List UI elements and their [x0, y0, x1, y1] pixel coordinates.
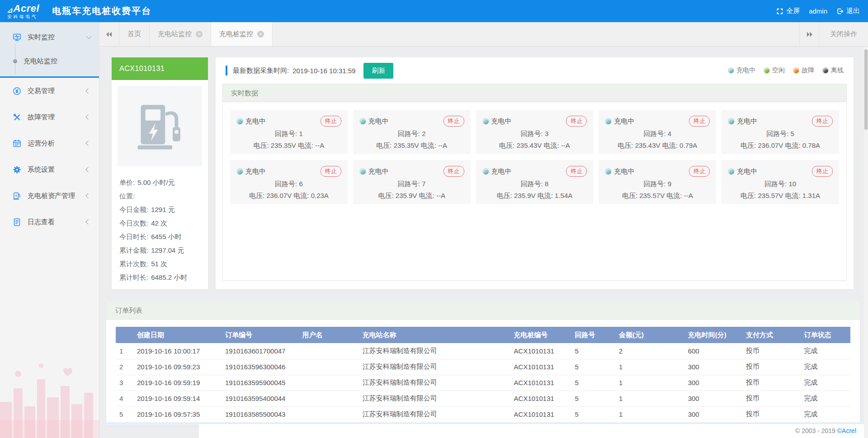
order-index: 2 [116, 359, 133, 375]
circuit-card: 充电中 终止 回路号: 8 电压: 235.9V 电流: [476, 160, 594, 204]
circuit-card: 充电中 终止 回路号: 10 电压: 235.57V 电流: [722, 160, 839, 204]
legend-item: 故障 [793, 66, 814, 75]
sidebar-item-label: 日志查看 [28, 218, 55, 226]
fullscreen-button[interactable]: 全屏 [776, 7, 800, 15]
circuit-card: 充电中 终止 回路号: 3 电压: 235.43V 电流: [476, 110, 594, 154]
terminate-button[interactable]: 终止 [321, 116, 341, 127]
order-pile-number: ACX1010131 [510, 391, 571, 406]
order-row[interactable]: 1 2019-10-16 10:00:17 1910163601700047 江… [116, 343, 850, 359]
current-label: 电流: [785, 141, 801, 149]
current-value: 1.54A [555, 192, 572, 199]
order-station-name: 江苏安科瑞制造有限公司 [359, 391, 510, 406]
circuit-number-label: 回路号: [764, 180, 787, 188]
order-station-name: 江苏安科瑞制造有限公司 [359, 343, 510, 359]
circuit-number-label: 回路号: [643, 130, 665, 137]
logo-brand-text: Acrel [14, 4, 40, 14]
circuit-number-label: 回路号: [766, 130, 788, 137]
tab-close-icon[interactable]: × [257, 31, 264, 38]
terminate-button[interactable]: 终止 [566, 116, 587, 127]
stat-label: 今日金额: [119, 206, 148, 213]
terminate-button[interactable]: 终止 [689, 116, 710, 127]
sidebar-item-logs[interactable]: 日志查看 [0, 209, 99, 235]
circuit-cards-grid: 充电中 终止 回路号: 1 电压: 235.35V 电流: [223, 102, 846, 212]
order-circuit-number: 5 [571, 391, 615, 406]
order-status: 完成 [800, 343, 850, 359]
circuit-status-label: 充电中 [737, 117, 757, 126]
logout-button[interactable]: 退出 [836, 7, 860, 15]
legend-item: 充电中 [728, 66, 755, 75]
order-row[interactable]: 2 2019-10-16 09:59:23 1910163596300046 江… [116, 359, 850, 375]
voltage-value: 235.57V [758, 192, 783, 199]
circuit-number-value: 8 [545, 180, 548, 188]
order-created-at: 2019-10-16 09:59:19 [133, 375, 222, 391]
stat-row: 今日金额:1291 元 [119, 203, 204, 217]
gear-icon [13, 165, 21, 174]
legend-item: 空闲 [764, 66, 785, 75]
sidebar-item-station-monitor[interactable]: 充电站监控 [0, 49, 99, 73]
stat-row: 累计时长:6485.2 小时 [119, 271, 204, 284]
sidebar-item-settings[interactable]: 系统设置 [0, 156, 99, 183]
user-menu[interactable]: admin [809, 7, 827, 15]
circuit-status-label: 充电中 [614, 167, 634, 176]
order-username [299, 359, 359, 375]
order-row[interactable]: 5 2019-10-16 09:57:35 1910163585500043 江… [116, 406, 850, 422]
voltage-label: 电压: [249, 192, 264, 199]
tabs-scroll-right-button[interactable] [799, 22, 819, 46]
main-content: ACX1010131 单价:5 [99, 47, 868, 438]
tab-home[interactable]: 首页 [119, 22, 150, 46]
footer-brand-link[interactable]: ©Acrel [837, 427, 856, 434]
voltage-value: 235.43V [516, 141, 542, 149]
circuit-status-label: 充电中 [491, 167, 512, 176]
terminate-button[interactable]: 终止 [443, 116, 464, 127]
order-row[interactable]: 3 2019-10-16 09:59:19 1910163595900045 江… [116, 375, 850, 391]
terminate-button[interactable]: 终止 [689, 166, 710, 177]
chevron-left-icon [85, 114, 90, 119]
circuit-number-line: 回路号: 6 [236, 180, 341, 188]
charging-status-dot-icon [359, 168, 366, 175]
tabs-scroll-left-button[interactable] [99, 22, 119, 46]
sidebar-item-transactions[interactable]: 交易管理 [0, 78, 99, 104]
circuit-measurements-line: 电压: 235.57V 电流: 1.31A [728, 192, 833, 200]
stat-label: 累计次数: [119, 260, 148, 268]
current-value: 1.31A [802, 192, 820, 199]
legend-status-dot-icon [822, 67, 829, 74]
terminate-button[interactable]: 终止 [443, 166, 464, 177]
monitor-panel: 最新数据采集时间: 2019-10-16 10:31:59 刷新 充电中 空闲 [216, 57, 854, 289]
tab-pile-monitor[interactable]: 充电桩监控 × [211, 22, 273, 46]
legend-label: 充电中 [736, 66, 755, 75]
circuit-number-value: 3 [545, 130, 548, 137]
tabbar-spacer [273, 22, 799, 46]
station-card-title: ACX1010131 [112, 57, 208, 80]
order-number: 1910163595900045 [222, 375, 299, 391]
refresh-button[interactable]: 刷新 [363, 63, 393, 79]
order-row[interactable]: 4 2019-10-16 09:59:14 1910163595400044 江… [116, 391, 850, 406]
sidebar-item-label: 充电桩资产管理 [28, 192, 75, 200]
terminate-button[interactable]: 终止 [812, 116, 833, 127]
circuit-number-line: 回路号: 1 [236, 130, 341, 138]
column-header: 回路号 [571, 327, 615, 343]
legend-status-dot-icon [728, 67, 734, 74]
terminate-button[interactable]: 终止 [812, 166, 833, 177]
circuit-card: 充电中 终止 回路号: 9 电压: 235.57V 电流: [599, 160, 716, 204]
sidebar-item-label: 系统设置 [28, 165, 55, 174]
tab-station-monitor[interactable]: 充电站监控 × [150, 22, 211, 46]
sidebar-subitem-label: 充电站监控 [24, 57, 57, 66]
circuit-card: 充电中 终止 回路号: 5 电压: 236.07V 电流: [722, 110, 839, 154]
voltage-value: 235.57V [639, 192, 665, 199]
circuit-number-line: 回路号: 7 [359, 180, 464, 188]
vertical-scrollbar[interactable] [864, 47, 868, 438]
order-status: 完成 [800, 391, 850, 406]
order-index: 5 [116, 406, 133, 422]
terminate-button[interactable]: 终止 [566, 166, 587, 177]
double-right-arrow-icon [806, 31, 813, 38]
station-icon-box [118, 86, 202, 166]
tab-bar: 首页 充电站监控 × 充电桩监控 × 关闭操作 [99, 22, 868, 47]
sidebar-item-pile-assets[interactable]: 充电桩资产管理 [0, 183, 99, 209]
scrollbar-thumb[interactable] [864, 49, 868, 130]
sidebar-item-analytics[interactable]: 运营分析 [0, 130, 99, 156]
tab-close-icon[interactable]: × [196, 31, 203, 38]
close-operations-button[interactable]: 关闭操作 [819, 22, 868, 46]
sidebar-item-faults[interactable]: 故障管理 [0, 104, 99, 130]
terminate-button[interactable]: 终止 [321, 166, 341, 177]
tab-label: 充电桩监控 [219, 30, 253, 38]
